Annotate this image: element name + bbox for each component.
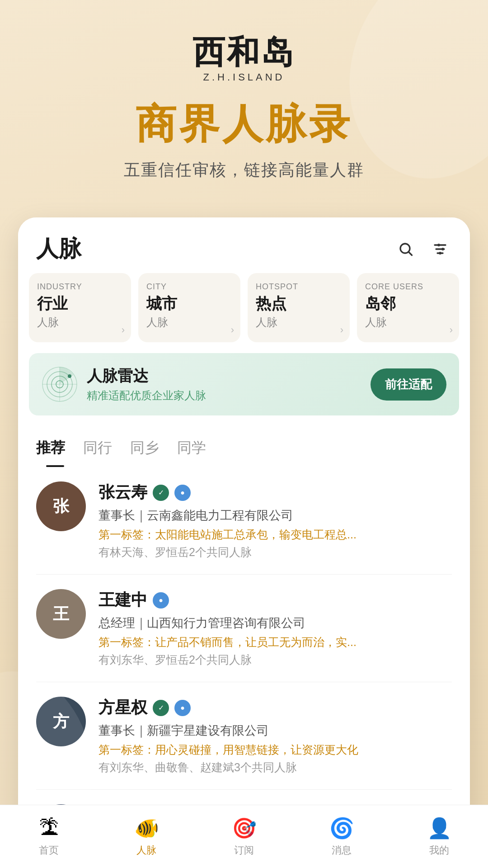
person-item[interactable]: 王王建中●总经理｜山西知行力管理咨询有限公司第一标签：让产品不销而售，让员工无为… (36, 575, 452, 682)
avatar: 王 (36, 589, 86, 639)
avatar: 张 (36, 481, 86, 531)
radar-title: 人脉雷达 (87, 366, 206, 387)
radar-icon (42, 366, 78, 402)
logo-area: 西和岛 Z.H.ISLAND (192, 36, 296, 83)
category-item-2[interactable]: HOTSPOT 热点 人脉 › (248, 273, 350, 342)
tab-同乡[interactable]: 同乡 (121, 434, 168, 467)
svg-point-7 (439, 252, 441, 255)
main-card: 人脉 INDUSTRY 行业 (18, 217, 470, 868)
svg-point-5 (437, 244, 440, 246)
nav-item-首页[interactable]: 🏝 首页 (0, 812, 98, 862)
badge-c: ● (174, 700, 191, 716)
nav-item-消息[interactable]: 🌀 消息 (293, 812, 390, 862)
bottom-nav: 🏝 首页 🐠 人脉 🎯 订阅 🌀 消息 👤 我的 (0, 805, 488, 868)
svg-point-14 (68, 374, 71, 378)
person-item[interactable]: 张张云寿✓●董事长｜云南鑫能电力工程有限公司第一标签：太阳能电站施工总承包，输变… (36, 467, 452, 575)
search-icon[interactable] (394, 237, 418, 261)
nav-label-人脉: 人脉 (136, 844, 156, 857)
category-item-3[interactable]: CORE USERS 岛邻 人脉 › (357, 273, 459, 342)
category-grid: INDUSTRY 行业 人脉 › CITY 城市 人脉 › HOTSPOT 热点… (18, 273, 470, 353)
person-tag: 第一标签：用心灵碰撞，用智慧链接，让资源更大化 (99, 742, 452, 757)
badge-v: ✓ (153, 700, 169, 716)
person-name: 王建中 (99, 589, 147, 611)
nav-label-订阅: 订阅 (234, 844, 254, 857)
nav-icon-我的: 👤 (427, 816, 451, 840)
brand-name-en: Z.H.ISLAND (203, 71, 285, 83)
avatar: 方 (36, 697, 86, 746)
hero-title: 商界人脉录 (136, 97, 352, 152)
radar-banner[interactable]: 人脉雷达 精准适配优质企业家人脉 前往适配 (29, 353, 459, 415)
nav-icon-人脉: 🐠 (135, 816, 158, 840)
person-title: 董事长｜新疆宇星建设有限公司 (99, 722, 452, 739)
badge-c: ● (174, 485, 191, 501)
nav-icon-首页: 🏝 (37, 816, 61, 840)
card-header: 人脉 (18, 217, 470, 273)
tab-同行[interactable]: 同行 (74, 434, 121, 467)
nav-item-人脉[interactable]: 🐠 人脉 (98, 812, 195, 862)
person-tag: 第一标签：让产品不销而售，让员工无为而治，实... (99, 635, 452, 650)
header: 西和岛 Z.H.ISLAND 商界人脉录 五重信任审核，链接高能量人群 (0, 0, 488, 199)
person-item[interactable]: 方方星权✓●董事长｜新疆宇星建设有限公司第一标签：用心灵碰撞，用智慧链接，让资源… (36, 682, 452, 790)
person-name: 张云寿 (99, 481, 147, 504)
radar-desc: 精准适配优质企业家人脉 (87, 388, 206, 403)
nav-label-我的: 我的 (429, 844, 449, 857)
category-item-0[interactable]: INDUSTRY 行业 人脉 › (29, 273, 131, 342)
filter-icon[interactable] (428, 237, 452, 261)
person-mutual: 有刘东华、曲敬鲁、赵建斌3个共同人脉 (99, 760, 452, 775)
nav-label-首页: 首页 (39, 844, 59, 857)
person-name: 方星权 (99, 697, 147, 719)
svg-line-1 (409, 252, 412, 255)
person-title: 董事长｜云南鑫能电力工程有限公司 (99, 507, 452, 524)
nav-item-订阅[interactable]: 🎯 订阅 (195, 812, 293, 862)
badge-c: ● (153, 592, 169, 609)
card-title: 人脉 (36, 234, 81, 264)
category-item-1[interactable]: CITY 城市 人脉 › (138, 273, 240, 342)
person-mutual: 有刘东华、罗恒岳2个共同人脉 (99, 652, 452, 667)
brand-name: 西和岛 (192, 36, 296, 69)
tab-同学[interactable]: 同学 (168, 434, 215, 467)
person-tag: 第一标签：太阳能电站施工总承包，输变电工程总... (99, 527, 452, 542)
person-mutual: 有林天海、罗恒岳2个共同人脉 (99, 545, 452, 560)
nav-label-消息: 消息 (332, 844, 352, 857)
hero-subtitle: 五重信任审核，链接高能量人群 (124, 159, 364, 181)
tabs-row: 推荐同行同乡同学 (18, 426, 470, 467)
tab-推荐[interactable]: 推荐 (36, 434, 74, 467)
nav-icon-订阅: 🎯 (232, 816, 256, 840)
svg-point-6 (441, 248, 444, 250)
radar-button[interactable]: 前往适配 (371, 368, 446, 401)
nav-icon-消息: 🌀 (330, 816, 353, 840)
nav-item-我的[interactable]: 👤 我的 (390, 812, 488, 862)
badge-v: ✓ (153, 485, 169, 501)
card-header-icons (394, 237, 452, 261)
person-title: 总经理｜山西知行力管理咨询有限公司 (99, 615, 452, 631)
